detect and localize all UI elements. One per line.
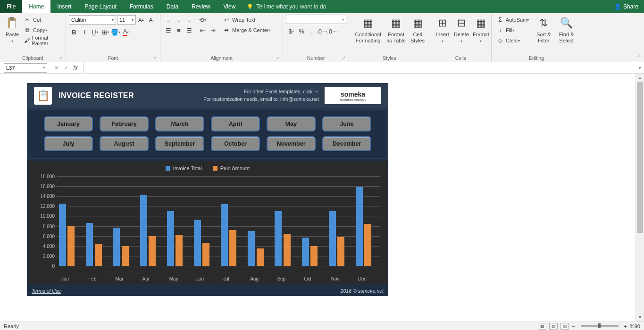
fx-button[interactable]: fx (71, 65, 80, 71)
zoom-value[interactable]: %90 (630, 323, 640, 329)
vertical-scrollbar[interactable]: ▴ ▾ (636, 74, 644, 322)
bold-button[interactable]: B (69, 27, 79, 37)
month-button-june[interactable]: June (322, 116, 371, 132)
decrease-decimal-button[interactable]: .0← (327, 26, 338, 36)
wrap-text-button[interactable]: ↩Wrap Text (221, 15, 273, 25)
eraser-icon: ◇ (496, 37, 504, 44)
decrease-indent-button[interactable]: ⇤ (197, 25, 208, 35)
autosum-button[interactable]: ΣAutoSum ▾ (494, 15, 531, 25)
month-button-december[interactable]: December (322, 136, 371, 151)
worksheet-area[interactable]: 📋 INVOICE REGISTER For other Excel templ… (0, 74, 635, 322)
insert-cells-button[interactable]: ⊞Insert▾ (433, 15, 452, 45)
tab-pagelayout[interactable]: Page Layout (78, 0, 123, 13)
format-painter-button[interactable]: 🖌Format Painter (22, 35, 63, 46)
merge-center-button[interactable]: ⬌Merge & Center ▾ (221, 25, 273, 35)
align-right-button[interactable]: ☰ (184, 25, 194, 35)
month-button-april[interactable]: April (211, 116, 260, 132)
zoom-slider[interactable] (581, 325, 619, 327)
align-top-button[interactable]: ≡ (163, 15, 174, 25)
x-tick-label: Aug (245, 276, 272, 281)
number-format-combo[interactable]: ▾ (286, 15, 346, 24)
comma-format-button[interactable]: , (307, 26, 317, 36)
cancel-formula-button[interactable]: ✕ (52, 65, 61, 71)
align-center-button[interactable]: ≡ (174, 25, 184, 35)
cell-styles-button[interactable]: ▦Cell Styles (408, 15, 427, 45)
copy-button[interactable]: ⧉Copy ▾ (22, 25, 63, 35)
conditional-formatting-button[interactable]: ▦Conditional Formatting (352, 15, 384, 45)
align-left-button[interactable]: ☰ (163, 25, 174, 35)
month-button-november[interactable]: November (267, 136, 316, 151)
accounting-format-button[interactable]: $▾ (286, 26, 296, 36)
month-button-january[interactable]: January (44, 116, 93, 132)
orientation-button[interactable]: ⟲▾ (197, 15, 208, 25)
formula-input[interactable] (84, 63, 636, 73)
tab-insert[interactable]: Insert (50, 0, 78, 13)
tab-home[interactable]: Home (22, 0, 50, 13)
underline-button[interactable]: U▾ (90, 27, 100, 37)
scissors-icon: ✂ (24, 16, 31, 24)
scroll-down-button[interactable]: ▾ (636, 313, 644, 322)
tab-file[interactable]: File (0, 0, 22, 13)
format-as-table-button[interactable]: ▦Format as Table (384, 15, 408, 45)
tab-data[interactable]: Data (160, 0, 185, 13)
dialog-launcher-icon[interactable]: ⤢ (342, 56, 346, 60)
expand-formula-button[interactable]: ▾ (636, 66, 644, 70)
bar-paid (257, 248, 264, 266)
tab-review[interactable]: Review (185, 0, 217, 13)
increase-decimal-button[interactable]: .0→ (317, 26, 327, 36)
scroll-up-button[interactable]: ▴ (636, 74, 644, 82)
zoom-in-button[interactable]: + (624, 323, 627, 329)
x-tick-label: Mar (110, 276, 137, 281)
collapse-ribbon-button[interactable]: ⌃ (637, 55, 641, 60)
tab-formulas[interactable]: Formulas (123, 0, 160, 13)
dialog-launcher-icon[interactable]: ⤢ (276, 56, 280, 60)
increase-indent-button[interactable]: ⇥ (208, 25, 218, 35)
delete-cells-button[interactable]: ⊟Delete▾ (452, 15, 471, 45)
month-button-august[interactable]: August (100, 136, 149, 151)
page-layout-view-button[interactable]: ▤ (549, 323, 558, 330)
fill-button[interactable]: ↓Fill ▾ (494, 25, 531, 35)
legend-swatch-invoice (166, 166, 170, 171)
font-color-button[interactable]: A▾ (121, 27, 131, 37)
zoom-thumb[interactable] (598, 323, 601, 328)
dialog-launcher-icon[interactable]: ⤢ (153, 56, 157, 60)
sort-filter-button[interactable]: ⇅Sort & Filter (533, 15, 554, 45)
cells-group-label: Cells (455, 55, 466, 61)
border-button[interactable]: ⊞▾ (100, 27, 110, 37)
italic-button[interactable]: I (79, 27, 90, 37)
scroll-thumb[interactable] (637, 82, 643, 233)
share-button[interactable]: 👤 Share (614, 0, 638, 13)
zoom-out-button[interactable]: − (572, 323, 575, 329)
align-bottom-button[interactable]: ≡ (184, 15, 194, 25)
templates-link[interactable]: For other Excel templates, click → (203, 88, 319, 96)
percent-format-button[interactable]: % (296, 26, 307, 36)
normal-view-button[interactable]: ▦ (538, 323, 546, 330)
page-break-view-button[interactable]: ▥ (560, 323, 569, 330)
fill-color-button[interactable]: 🪣▾ (110, 27, 121, 37)
dialog-launcher-icon[interactable]: ⤢ (59, 56, 63, 60)
month-button-march[interactable]: March (155, 116, 204, 132)
decrease-font-button[interactable]: A▾ (146, 15, 157, 25)
terms-link[interactable]: Terms of Use (32, 288, 61, 294)
font-size-combo[interactable]: 11▾ (117, 15, 136, 25)
tab-view[interactable]: View (217, 0, 243, 13)
month-button-october[interactable]: October (211, 136, 260, 151)
find-select-button[interactable]: 🔍Find & Select (554, 15, 578, 45)
tell-me[interactable]: 💡 Tell me what you want to do (247, 0, 326, 13)
font-name-combo[interactable]: Calibri▾ (69, 15, 116, 25)
month-button-september[interactable]: September (155, 136, 204, 151)
clear-button[interactable]: ◇Clear ▾ (494, 35, 531, 46)
month-button-may[interactable]: May (267, 116, 316, 132)
enter-formula-button[interactable]: ✓ (61, 65, 71, 71)
month-button-february[interactable]: February (100, 116, 149, 132)
month-button-july[interactable]: July (44, 136, 93, 151)
align-middle-button[interactable]: ≡ (174, 15, 184, 25)
paste-button[interactable]: Paste▾ (3, 15, 22, 45)
email-link[interactable]: For customization needs, email to: info@… (203, 96, 319, 103)
bar-paid (122, 246, 129, 266)
name-box[interactable]: L37▾ (4, 63, 47, 73)
format-cells-button[interactable]: ▦Format▾ (471, 15, 491, 45)
increase-font-button[interactable]: A▴ (136, 15, 146, 25)
cut-button[interactable]: ✂Cut (22, 15, 63, 25)
bar-paid (67, 226, 75, 266)
